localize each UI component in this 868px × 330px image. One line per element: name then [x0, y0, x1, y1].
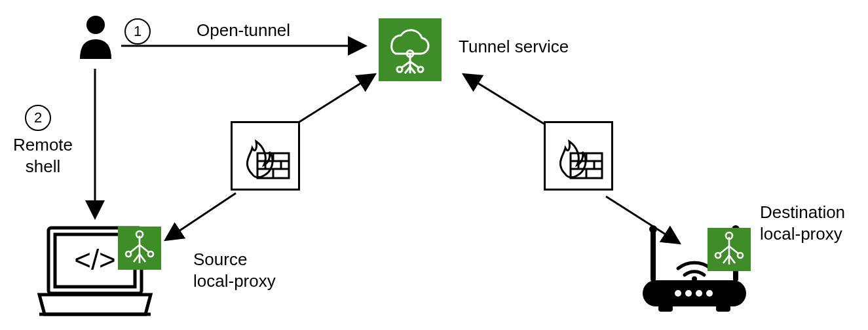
svg-rect-41 [643, 280, 746, 306]
svg-point-44 [675, 290, 681, 297]
arrow-fw-left-to-laptop [167, 193, 236, 239]
source-proxy-label: Source local-proxy [193, 249, 276, 291]
svg-text:</>: </> [74, 244, 116, 276]
step-2-number: 2 [34, 109, 42, 126]
tunnel-service-icon [379, 18, 442, 81]
source-proxy-badge-icon [118, 227, 161, 270]
svg-point-38 [649, 225, 657, 233]
svg-rect-42 [658, 305, 673, 312]
tunnel-service-label: Tunnel service [459, 36, 569, 58]
open-tunnel-label: Open-tunnel [197, 20, 290, 41]
firewall-right-icon [544, 121, 613, 191]
remote-shell-label: Remote shell [13, 134, 73, 177]
user-icon [77, 13, 114, 59]
svg-point-46 [696, 290, 702, 297]
firewall-left-icon [231, 121, 300, 191]
step-2-circle: 2 [25, 105, 51, 131]
destination-proxy-label: Destination local-proxy [760, 202, 845, 244]
step-1-circle: 1 [124, 18, 151, 45]
svg-point-45 [685, 290, 692, 297]
svg-point-0 [86, 16, 105, 34]
svg-rect-43 [716, 305, 730, 312]
svg-point-47 [706, 290, 713, 297]
arrow-fw-right-to-cloud [465, 75, 550, 128]
destination-proxy-badge-icon [708, 228, 751, 271]
svg-point-48 [692, 276, 697, 282]
svg-rect-37 [651, 229, 656, 282]
step-1-number: 1 [134, 23, 142, 40]
